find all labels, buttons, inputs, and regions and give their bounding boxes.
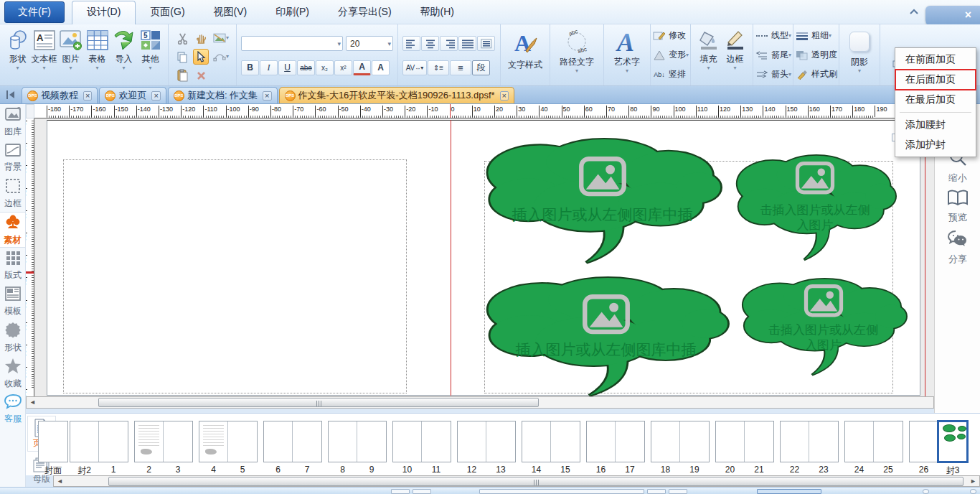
insert-图片-button[interactable]: 图片▾: [57, 27, 84, 84]
menu-tab[interactable]: 文件(F): [4, 1, 65, 23]
path-text-button[interactable]: abc abc 路径文字 ▾: [555, 27, 599, 84]
columns-button[interactable]: ≣: [450, 60, 471, 75]
superscript-button[interactable]: x²: [334, 60, 352, 75]
style-brush-button[interactable]: 样式刷: [795, 65, 837, 83]
font-name-select[interactable]: ▾: [241, 36, 343, 51]
page-thumbnail-1[interactable]: 1: [99, 421, 128, 462]
wordart-button[interactable]: A 艺术字 ▾: [608, 27, 646, 84]
page-thumbnail-18[interactable]: 18: [651, 421, 680, 462]
strikethrough-button[interactable]: abe: [297, 60, 315, 75]
page-thumbnail-10[interactable]: 10: [393, 421, 422, 462]
modify-button[interactable]: 修改: [652, 27, 689, 45]
menu-tab[interactable]: 印刷(P): [261, 1, 324, 23]
line-type-button[interactable]: 线型▾: [755, 27, 791, 45]
align-left-button[interactable]: [402, 36, 420, 51]
pan-hand-button[interactable]: [193, 30, 209, 46]
menu-item[interactable]: 添加护封: [895, 135, 976, 155]
sidebar-item-版式[interactable]: 版式: [0, 248, 26, 284]
font-size-select[interactable]: 20▾: [346, 36, 393, 51]
sidebar-item-客服[interactable]: 客服: [0, 391, 26, 427]
menu-item[interactable]: 添加腰封: [895, 115, 976, 135]
document-tab[interactable]: DPS作文集-大16开软皮平装-文档190926-1113.dpsf*×: [279, 87, 515, 103]
sidebar-item-素材[interactable]: 素材: [0, 212, 26, 248]
close-tab-icon[interactable]: ×: [151, 91, 160, 101]
tool-预览[interactable]: 预览: [935, 186, 980, 227]
document-tab[interactable]: DPS欢迎页×: [99, 87, 166, 103]
text-style-button[interactable]: A 文字样式: [505, 27, 545, 84]
page-spread-thumbnail[interactable]: 1819: [651, 421, 710, 462]
page-thumbnail-2[interactable]: 2: [135, 421, 164, 462]
shadow-button[interactable]: 阴影▾: [844, 27, 875, 84]
page-thumbnail-封面[interactable]: 封面: [39, 421, 67, 462]
page-thumbnail-17[interactable]: 17: [616, 421, 644, 462]
edit-points-button[interactable]: ▾: [213, 49, 229, 65]
menu-item[interactable]: 在最后加页: [895, 90, 976, 110]
menu-tab[interactable]: 页面(G): [136, 1, 199, 23]
paragraph-settings-button[interactable]: 段: [472, 60, 490, 75]
align-center-button[interactable]: [421, 36, 439, 51]
dropdown-arrow-icon[interactable]: ▾: [42, 65, 45, 71]
italic-button[interactable]: I: [260, 60, 278, 75]
arrow-head-button[interactable]: 箭头▾: [755, 65, 791, 83]
cloud-callout-shape[interactable]: 击插入图片或从左侧 入图片: [739, 278, 908, 378]
page-spread-thumbnail[interactable]: 23: [134, 421, 193, 462]
menu-tab[interactable]: 帮助(H): [406, 1, 468, 23]
arrow-tail-button[interactable]: 箭尾▾: [755, 46, 791, 64]
dropdown-arrow-icon[interactable]: ▾: [149, 65, 151, 71]
page-thumbnail-5[interactable]: 5: [228, 421, 257, 462]
page-spread-thumbnail[interactable]: 1011: [392, 421, 451, 462]
page-spread-thumbnail[interactable]: 1213: [457, 421, 516, 462]
highlight-color-button[interactable]: A: [372, 60, 390, 75]
insert-导入-button[interactable]: 导入▾: [110, 27, 137, 84]
dropdown-arrow-icon[interactable]: ▾: [16, 65, 19, 71]
dropdown-arrow-icon[interactable]: ▾: [226, 54, 229, 60]
sidebar-item-形状[interactable]: 形状: [0, 320, 26, 355]
page-thumbnail-16[interactable]: 16: [587, 421, 616, 462]
transform-button[interactable]: 变形▾: [652, 46, 689, 64]
expand-panel-button[interactable]: [0, 85, 22, 103]
document-tab[interactable]: DPS视频教程×: [22, 87, 98, 103]
close-tab-icon[interactable]: ×: [83, 91, 92, 101]
page-thumbnail-11[interactable]: 11: [422, 421, 451, 462]
close-tab-icon[interactable]: ×: [500, 91, 509, 101]
page-thumbnail-26[interactable]: 26: [910, 421, 938, 462]
page-thumbnail-7[interactable]: 7: [293, 421, 321, 462]
dropdown-arrow-icon[interactable]: ▾: [226, 35, 229, 41]
menu-item[interactable]: 在后面加页: [895, 70, 976, 90]
page-thumbnail-6[interactable]: 6: [264, 421, 293, 462]
page-spread-thumbnail[interactable]: 1617: [586, 421, 645, 462]
sidebar-item-边框[interactable]: 边框: [0, 176, 26, 212]
insert-形状-button[interactable]: 形状▾: [4, 27, 31, 84]
select-tool-button[interactable]: [193, 49, 209, 65]
page-thumbnail-14[interactable]: 14: [522, 421, 551, 462]
underline-button[interactable]: U: [278, 60, 296, 75]
canvas-h-scrollbar[interactable]: ◄: [26, 396, 934, 409]
font-color-button[interactable]: A: [353, 60, 371, 75]
line-weight-button[interactable]: 粗细▾: [795, 27, 837, 45]
sidebar-item-收藏[interactable]: 收藏: [0, 355, 26, 391]
menu-tab[interactable]: 分享导出(S): [324, 1, 406, 23]
page-spread-thumbnail[interactable]: 45: [199, 421, 258, 462]
border-button[interactable]: 边框▾: [722, 27, 748, 84]
page-thumbnail-21[interactable]: 21: [745, 421, 773, 462]
cloud-callout-shape[interactable]: 击插入图片或从左侧 入图片: [733, 154, 897, 264]
tool-分享[interactable]: 分享: [935, 227, 980, 268]
align-justify-button[interactable]: [458, 36, 476, 51]
menu-tab[interactable]: 设计(D): [72, 1, 136, 25]
picture-tool-button[interactable]: ▾: [213, 30, 229, 46]
opacity-button[interactable]: 透明度: [795, 46, 837, 64]
document-tab[interactable]: DPS新建文档: 作文集×: [168, 87, 278, 103]
page-thumbnail-8[interactable]: 8: [329, 421, 357, 462]
page-thumbnail-23[interactable]: 23: [809, 421, 838, 462]
page-spread-thumbnail[interactable]: 2223: [780, 421, 839, 462]
page-spread-thumbnail[interactable]: 2425: [844, 421, 903, 462]
sidebar-item-背景[interactable]: 背景: [0, 140, 26, 176]
cut-button[interactable]: [174, 30, 190, 46]
dropdown-arrow-icon[interactable]: ▾: [95, 65, 98, 71]
page-thumbnail-12[interactable]: 12: [458, 421, 486, 462]
collapse-ribbon-icon[interactable]: [908, 7, 920, 17]
delete-button[interactable]: [193, 67, 209, 83]
sidebar-item-模板[interactable]: 模板: [0, 284, 26, 320]
page-thumbnail-15[interactable]: 15: [551, 421, 580, 462]
sidebar-item-图库[interactable]: 图库: [0, 104, 26, 140]
